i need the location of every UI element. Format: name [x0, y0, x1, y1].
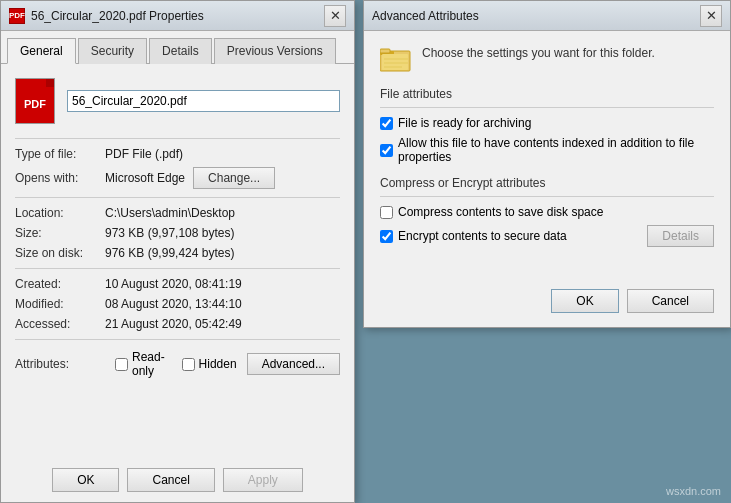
compress-encrypt-label: Compress or Encrypt attributes: [380, 176, 714, 190]
compress-encrypt-divider: [380, 196, 714, 197]
readonly-checkbox-label[interactable]: Read-only: [115, 350, 172, 378]
size-disk-label: Size on disk:: [15, 246, 105, 260]
adv-desc-text: Choose the settings you want for this fo…: [422, 45, 655, 62]
index-row: Allow this file to have contents indexed…: [380, 136, 714, 164]
tab-previous-versions[interactable]: Previous Versions: [214, 38, 336, 64]
modified-value: 08 August 2020, 13:44:10: [105, 297, 242, 311]
pdf-title-icon: PDF: [9, 8, 25, 24]
archive-label: File is ready for archiving: [398, 116, 531, 130]
advanced-button[interactable]: Advanced...: [247, 353, 340, 375]
created-row: Created: 10 August 2020, 08:41:19: [15, 277, 340, 291]
divider-1: [15, 138, 340, 139]
divider-2: [15, 197, 340, 198]
advanced-dialog: Advanced Attributes ✕ Choose the setting…: [363, 0, 731, 328]
hidden-checkbox-label[interactable]: Hidden: [182, 357, 237, 371]
advanced-ok-button[interactable]: OK: [551, 289, 618, 313]
tab-security[interactable]: Security: [78, 38, 147, 64]
cancel-button[interactable]: Cancel: [127, 468, 214, 492]
archive-row: File is ready for archiving: [380, 116, 714, 130]
ok-button[interactable]: OK: [52, 468, 119, 492]
file-attributes-label: File attributes: [380, 87, 714, 101]
encrypt-checkbox[interactable]: [380, 230, 393, 243]
properties-title-bar: PDF 56_Circular_2020.pdf Properties ✕: [1, 1, 354, 31]
size-disk-value: 976 KB (9,99,424 bytes): [105, 246, 234, 260]
archive-checkbox[interactable]: [380, 117, 393, 130]
divider-4: [15, 339, 340, 340]
size-row: Size: 973 KB (9,97,108 bytes): [15, 226, 340, 240]
tab-general[interactable]: General: [7, 38, 76, 64]
tab-details[interactable]: Details: [149, 38, 212, 64]
encrypt-left: Encrypt contents to secure data: [380, 229, 567, 243]
properties-footer: OK Cancel Apply: [1, 468, 354, 492]
file-header: PDF: [15, 78, 340, 124]
modified-row: Modified: 08 August 2020, 13:44:10: [15, 297, 340, 311]
index-checkbox[interactable]: [380, 144, 393, 157]
file-name-input[interactable]: [67, 90, 340, 112]
accessed-label: Accessed:: [15, 317, 105, 331]
created-value: 10 August 2020, 08:41:19: [105, 277, 242, 291]
properties-close-button[interactable]: ✕: [324, 5, 346, 27]
folder-icon: [380, 45, 412, 73]
size-disk-row: Size on disk: 976 KB (9,99,424 bytes): [15, 246, 340, 260]
location-label: Location:: [15, 206, 105, 220]
pdf-icon: PDF: [15, 78, 55, 124]
details-button[interactable]: Details: [647, 225, 714, 247]
attributes-row: Attributes: Read-only Hidden Advanced...: [15, 350, 340, 378]
dialog-content: PDF Type of file: PDF File (.pdf) Opens …: [1, 64, 354, 392]
properties-title-text: 56_Circular_2020.pdf Properties: [31, 9, 204, 23]
file-attributes-divider: [380, 107, 714, 108]
opens-with-row: Opens with: Microsoft Edge Change...: [15, 167, 340, 189]
opens-value: Microsoft Edge: [105, 171, 185, 185]
advanced-footer: OK Cancel: [364, 281, 730, 327]
compress-label: Compress contents to save disk space: [398, 205, 603, 219]
encrypt-row: Encrypt contents to secure data Details: [380, 225, 714, 247]
type-row: Type of file: PDF File (.pdf): [15, 147, 340, 161]
created-label: Created:: [15, 277, 105, 291]
title-bar-left: PDF 56_Circular_2020.pdf Properties: [9, 8, 204, 24]
type-label: Type of file:: [15, 147, 105, 161]
hidden-label: Hidden: [199, 357, 237, 371]
svg-rect-2: [380, 49, 390, 53]
index-label: Allow this file to have contents indexed…: [398, 136, 714, 164]
advanced-content: Choose the settings you want for this fo…: [364, 31, 730, 261]
compress-checkbox[interactable]: [380, 206, 393, 219]
hidden-checkbox[interactable]: [182, 358, 195, 371]
accessed-value: 21 August 2020, 05:42:49: [105, 317, 242, 331]
advanced-close-button[interactable]: ✕: [700, 5, 722, 27]
readonly-checkbox[interactable]: [115, 358, 128, 371]
type-value: PDF File (.pdf): [105, 147, 183, 161]
location-row: Location: C:\Users\admin\Desktop: [15, 206, 340, 220]
advanced-title-text: Advanced Attributes: [372, 9, 479, 23]
tabs-bar: General Security Details Previous Versio…: [1, 31, 354, 64]
change-button[interactable]: Change...: [193, 167, 275, 189]
size-value: 973 KB (9,97,108 bytes): [105, 226, 234, 240]
divider-3: [15, 268, 340, 269]
modified-label: Modified:: [15, 297, 105, 311]
svg-rect-3: [382, 54, 408, 70]
adv-description: Choose the settings you want for this fo…: [380, 45, 714, 73]
apply-button[interactable]: Apply: [223, 468, 303, 492]
readonly-label: Read-only: [132, 350, 172, 378]
advanced-cancel-button[interactable]: Cancel: [627, 289, 714, 313]
location-value: C:\Users\admin\Desktop: [105, 206, 235, 220]
properties-dialog: PDF 56_Circular_2020.pdf Properties ✕ Ge…: [0, 0, 355, 503]
size-label: Size:: [15, 226, 105, 240]
compress-row: Compress contents to save disk space: [380, 205, 714, 219]
advanced-title-bar: Advanced Attributes ✕: [364, 1, 730, 31]
opens-label: Opens with:: [15, 171, 105, 185]
watermark: wsxdn.com: [666, 485, 721, 497]
attributes-label: Attributes:: [15, 357, 105, 371]
accessed-row: Accessed: 21 August 2020, 05:42:49: [15, 317, 340, 331]
encrypt-label: Encrypt contents to secure data: [398, 229, 567, 243]
